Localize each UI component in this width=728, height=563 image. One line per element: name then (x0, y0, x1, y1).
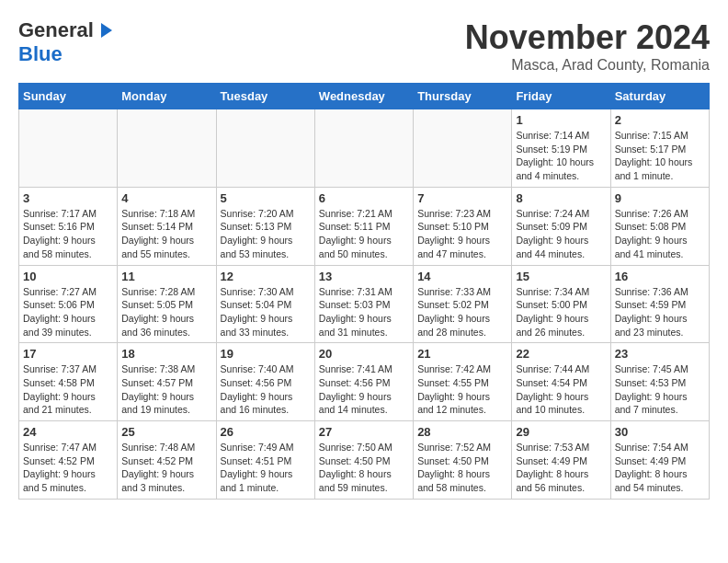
day-number: 4 (121, 191, 211, 205)
title-section: November 2024 Masca, Arad County, Romani… (465, 18, 710, 74)
day-info: Sunrise: 7:15 AM Sunset: 5:17 PM Dayligh… (615, 129, 705, 183)
calendar-cell: 23Sunrise: 7:45 AM Sunset: 4:53 PM Dayli… (610, 343, 709, 421)
day-header-thursday: Thursday (414, 84, 512, 109)
day-info: Sunrise: 7:33 AM Sunset: 5:02 PM Dayligh… (417, 285, 507, 339)
day-number: 1 (516, 113, 606, 127)
day-info: Sunrise: 7:44 AM Sunset: 4:54 PM Dayligh… (516, 362, 606, 417)
calendar-cell: 24Sunrise: 7:47 AM Sunset: 4:52 PM Dayli… (19, 421, 118, 500)
month-title: November 2024 (465, 18, 710, 57)
day-number: 28 (417, 425, 507, 439)
logo: General Blue (18, 18, 112, 66)
day-info: Sunrise: 7:38 AM Sunset: 4:57 PM Dayligh… (121, 362, 211, 417)
logo-blue: Blue (18, 42, 63, 66)
day-info: Sunrise: 7:34 AM Sunset: 5:00 PM Dayligh… (516, 285, 606, 339)
calendar-cell: 22Sunrise: 7:44 AM Sunset: 4:54 PM Dayli… (512, 343, 610, 421)
calendar-cell: 3Sunrise: 7:17 AM Sunset: 5:16 PM Daylig… (19, 187, 118, 265)
calendar-cell: 14Sunrise: 7:33 AM Sunset: 5:02 PM Dayli… (414, 265, 512, 343)
calendar-cell: 30Sunrise: 7:54 AM Sunset: 4:49 PM Dayli… (610, 421, 709, 500)
calendar-cell (314, 109, 413, 188)
day-number: 19 (221, 347, 311, 361)
calendar-cell: 26Sunrise: 7:49 AM Sunset: 4:51 PM Dayli… (216, 421, 314, 500)
day-header-saturday: Saturday (610, 84, 709, 109)
day-header-monday: Monday (118, 84, 216, 109)
calendar-cell (19, 109, 118, 188)
day-info: Sunrise: 7:37 AM Sunset: 4:58 PM Dayligh… (23, 362, 113, 417)
day-number: 11 (121, 270, 211, 283)
calendar-week-2: 3Sunrise: 7:17 AM Sunset: 5:16 PM Daylig… (19, 187, 710, 265)
logo-general: General (18, 18, 94, 42)
day-number: 7 (417, 191, 507, 205)
location-subtitle: Masca, Arad County, Romania (465, 57, 710, 74)
calendar-cell: 6Sunrise: 7:21 AM Sunset: 5:11 PM Daylig… (314, 187, 413, 265)
day-number: 2 (615, 113, 705, 127)
day-info: Sunrise: 7:14 AM Sunset: 5:19 PM Dayligh… (516, 129, 606, 183)
day-number: 22 (516, 347, 606, 361)
page-header: General Blue November 2024 Masca, Arad C… (18, 18, 710, 74)
calendar-cell: 7Sunrise: 7:23 AM Sunset: 5:10 PM Daylig… (414, 187, 512, 265)
calendar-week-5: 24Sunrise: 7:47 AM Sunset: 4:52 PM Dayli… (19, 421, 710, 500)
day-number: 5 (221, 191, 311, 205)
calendar-cell: 4Sunrise: 7:18 AM Sunset: 5:14 PM Daylig… (118, 187, 216, 265)
calendar-cell: 18Sunrise: 7:38 AM Sunset: 4:57 PM Dayli… (118, 343, 216, 421)
day-info: Sunrise: 7:40 AM Sunset: 4:56 PM Dayligh… (221, 362, 311, 417)
calendar-cell: 5Sunrise: 7:20 AM Sunset: 5:13 PM Daylig… (216, 187, 314, 265)
day-info: Sunrise: 7:17 AM Sunset: 5:16 PM Dayligh… (23, 207, 113, 261)
day-number: 21 (417, 347, 507, 361)
calendar-cell: 1Sunrise: 7:14 AM Sunset: 5:19 PM Daylig… (512, 109, 610, 188)
calendar-cell: 13Sunrise: 7:31 AM Sunset: 5:03 PM Dayli… (314, 265, 413, 343)
day-info: Sunrise: 7:23 AM Sunset: 5:10 PM Dayligh… (417, 207, 507, 261)
day-number: 14 (417, 270, 507, 283)
day-number: 20 (319, 347, 409, 361)
calendar-cell: 21Sunrise: 7:42 AM Sunset: 4:55 PM Dayli… (414, 343, 512, 421)
day-info: Sunrise: 7:24 AM Sunset: 5:09 PM Dayligh… (516, 207, 606, 261)
calendar-week-3: 10Sunrise: 7:27 AM Sunset: 5:06 PM Dayli… (19, 265, 710, 343)
calendar-header-row: SundayMondayTuesdayWednesdayThursdayFrid… (19, 84, 710, 109)
day-number: 12 (221, 270, 311, 283)
day-number: 16 (615, 270, 705, 283)
day-number: 13 (319, 270, 409, 283)
day-info: Sunrise: 7:45 AM Sunset: 4:53 PM Dayligh… (615, 362, 705, 417)
day-info: Sunrise: 7:53 AM Sunset: 4:49 PM Dayligh… (516, 441, 606, 495)
day-info: Sunrise: 7:31 AM Sunset: 5:03 PM Dayligh… (319, 285, 409, 339)
logo-arrow-icon (101, 23, 112, 38)
day-number: 24 (23, 425, 113, 439)
day-info: Sunrise: 7:21 AM Sunset: 5:11 PM Dayligh… (319, 207, 409, 261)
day-number: 25 (121, 425, 211, 439)
day-header-wednesday: Wednesday (314, 84, 413, 109)
day-number: 9 (615, 191, 705, 205)
calendar-cell: 28Sunrise: 7:52 AM Sunset: 4:50 PM Dayli… (414, 421, 512, 500)
day-info: Sunrise: 7:54 AM Sunset: 4:49 PM Dayligh… (615, 441, 705, 495)
day-info: Sunrise: 7:47 AM Sunset: 4:52 PM Dayligh… (23, 441, 113, 495)
calendar-week-1: 1Sunrise: 7:14 AM Sunset: 5:19 PM Daylig… (19, 109, 710, 188)
day-info: Sunrise: 7:52 AM Sunset: 4:50 PM Dayligh… (417, 441, 507, 495)
day-info: Sunrise: 7:26 AM Sunset: 5:08 PM Dayligh… (615, 207, 705, 261)
calendar-cell: 29Sunrise: 7:53 AM Sunset: 4:49 PM Dayli… (512, 421, 610, 500)
calendar-week-4: 17Sunrise: 7:37 AM Sunset: 4:58 PM Dayli… (19, 343, 710, 421)
day-number: 26 (221, 425, 311, 439)
calendar-cell: 17Sunrise: 7:37 AM Sunset: 4:58 PM Dayli… (19, 343, 118, 421)
calendar-cell: 25Sunrise: 7:48 AM Sunset: 4:52 PM Dayli… (118, 421, 216, 500)
day-info: Sunrise: 7:30 AM Sunset: 5:04 PM Dayligh… (221, 285, 311, 339)
calendar-cell: 11Sunrise: 7:28 AM Sunset: 5:05 PM Dayli… (118, 265, 216, 343)
calendar-cell (118, 109, 216, 188)
calendar-cell: 2Sunrise: 7:15 AM Sunset: 5:17 PM Daylig… (610, 109, 709, 188)
calendar-cell: 15Sunrise: 7:34 AM Sunset: 5:00 PM Dayli… (512, 265, 610, 343)
day-info: Sunrise: 7:49 AM Sunset: 4:51 PM Dayligh… (221, 441, 311, 495)
day-info: Sunrise: 7:18 AM Sunset: 5:14 PM Dayligh… (121, 207, 211, 261)
calendar-cell: 9Sunrise: 7:26 AM Sunset: 5:08 PM Daylig… (610, 187, 709, 265)
calendar-cell: 19Sunrise: 7:40 AM Sunset: 4:56 PM Dayli… (216, 343, 314, 421)
day-number: 3 (23, 191, 113, 205)
day-info: Sunrise: 7:27 AM Sunset: 5:06 PM Dayligh… (23, 285, 113, 339)
day-number: 10 (23, 270, 113, 283)
day-number: 30 (615, 425, 705, 439)
day-info: Sunrise: 7:36 AM Sunset: 4:59 PM Dayligh… (615, 285, 705, 339)
calendar-cell: 12Sunrise: 7:30 AM Sunset: 5:04 PM Dayli… (216, 265, 314, 343)
day-info: Sunrise: 7:42 AM Sunset: 4:55 PM Dayligh… (417, 362, 507, 417)
calendar-table: SundayMondayTuesdayWednesdayThursdayFrid… (18, 83, 710, 500)
day-header-tuesday: Tuesday (216, 84, 314, 109)
day-number: 18 (121, 347, 211, 361)
day-header-sunday: Sunday (19, 84, 118, 109)
calendar-cell: 8Sunrise: 7:24 AM Sunset: 5:09 PM Daylig… (512, 187, 610, 265)
day-info: Sunrise: 7:50 AM Sunset: 4:50 PM Dayligh… (319, 441, 409, 495)
calendar-cell: 27Sunrise: 7:50 AM Sunset: 4:50 PM Dayli… (314, 421, 413, 500)
